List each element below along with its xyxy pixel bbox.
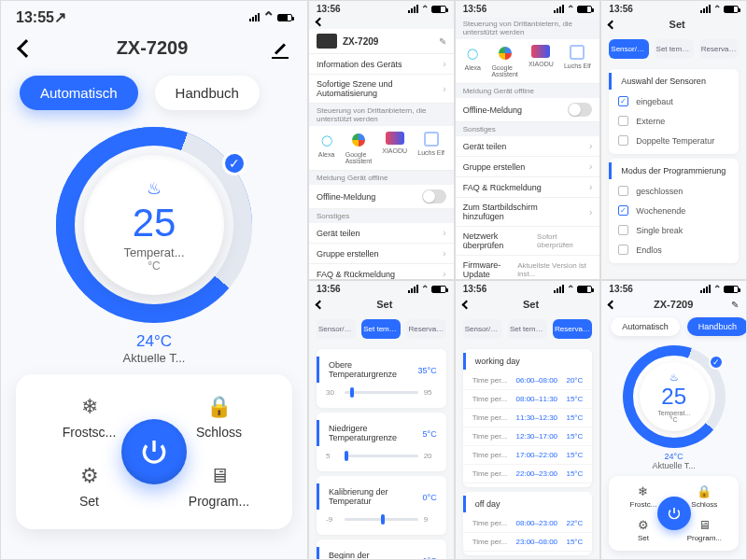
- main-panel: 13:55↗ ⌃ ZX-7209 Automatisch Handbuch ♨ …: [0, 0, 308, 560]
- provider-luchs[interactable]: Luchs Elf: [564, 45, 591, 77]
- schedule-row[interactable]: Time per...17:00–22:0015°C: [463, 446, 593, 465]
- tab-settemp[interactable]: Set tempe...: [508, 319, 547, 339]
- check-icon: ✓: [222, 151, 247, 175]
- back-button[interactable]: [461, 300, 471, 309]
- battery-icon: [277, 14, 292, 21]
- luchs-icon: [570, 45, 585, 60]
- tab-sensor[interactable]: Sensor/Pr...: [463, 319, 502, 339]
- edit-icon: ✎: [439, 36, 446, 47]
- row-firmware[interactable]: Firmware-UpdateAktuellste Version ist in…: [456, 256, 600, 280]
- back-button[interactable]: [608, 20, 617, 29]
- lock-icon: 🔒: [206, 395, 232, 419]
- edit-button[interactable]: [272, 40, 289, 57]
- power-icon: [139, 437, 169, 467]
- calib-slider[interactable]: -99: [317, 511, 446, 531]
- upper-slider[interactable]: 3095: [317, 385, 446, 404]
- schedule-row[interactable]: Time per...22:00–23:0015°C: [463, 465, 593, 483]
- row-group[interactable]: Gruppe erstellen›: [456, 157, 600, 177]
- google-assistant-icon: [499, 47, 512, 60]
- flame-icon: ♨: [669, 371, 679, 384]
- temperature-dial[interactable]: ♨ 25 Temperat... °C ✓: [623, 345, 726, 448]
- device-settings-panel-1: 13:56 ⌃ ZX-7209✎ Information des Geräts›…: [308, 0, 455, 280]
- tab-reservation[interactable]: Reservation: [553, 319, 592, 339]
- provider-google[interactable]: Google Assistent: [345, 132, 372, 164]
- edit-icon[interactable]: ✎: [731, 300, 739, 310]
- provider-xiaodu[interactable]: XIAODU: [382, 132, 407, 164]
- device-header[interactable]: ZX-7209✎: [309, 29, 454, 54]
- set-reservation-panel: 13:56 ⌃ Set Sensor/Pr... Set tempe... Re…: [455, 280, 601, 560]
- monitor-icon: 🖥: [209, 464, 230, 488]
- row-share[interactable]: Gerät teilen›: [456, 136, 600, 157]
- back-button[interactable]: [316, 18, 325, 27]
- cb-external[interactable]: Externe: [609, 111, 739, 131]
- provider-xiaodu[interactable]: XIAODU: [529, 45, 554, 77]
- provider-alexa[interactable]: ◯Alexa: [318, 132, 335, 164]
- back-button[interactable]: [17, 39, 35, 58]
- set-temperature-panel: 13:56 ⌃ Set Sensor/Pr... Set tempe... Re…: [308, 280, 455, 560]
- provider-luchs[interactable]: Luchs Elf: [417, 132, 444, 164]
- device-thumb-icon: [317, 34, 337, 49]
- alexa-icon: ◯: [318, 132, 335, 148]
- google-assistant-icon: [352, 133, 365, 147]
- schedule-row[interactable]: Time per...23:00–08:0015°C: [463, 533, 593, 552]
- tab-sensor[interactable]: Sensor/Pr...: [317, 319, 356, 339]
- schedule-row[interactable]: Time per...08:00–23:0022°C: [463, 514, 593, 533]
- monitor-icon: 🖥: [698, 518, 711, 532]
- flame-icon: ♨: [147, 178, 162, 199]
- provider-google[interactable]: Google Assistent: [491, 45, 517, 77]
- status-bar: 13:55↗ ⌃: [1, 1, 307, 34]
- row-offline[interactable]: Offline-Meldung: [456, 98, 600, 122]
- current-temp-label: Aktuelle T...: [1, 351, 307, 365]
- cb-builtin[interactable]: ✓eingebaut: [609, 91, 739, 111]
- control-grid: ❄Frostsc... 🔒Schloss ⚙Set 🖥Program...: [16, 374, 292, 529]
- row-share[interactable]: Gerät teilen›: [309, 223, 454, 244]
- row-faq[interactable]: FAQ & Rückmeldung›: [309, 264, 454, 280]
- power-button[interactable]: [657, 497, 691, 530]
- tab-sensor[interactable]: Sensor/Pr...: [609, 39, 648, 59]
- location-arrow-icon: ↗: [54, 9, 66, 25]
- row-offline[interactable]: Offline-Meldung: [309, 185, 454, 209]
- tab-auto[interactable]: Automatisch: [20, 76, 138, 110]
- cb-endless[interactable]: Endlos: [609, 240, 739, 259]
- working-day-card: working day Time per...06:00–08:0020°CTi…: [463, 349, 593, 487]
- cb-double[interactable]: Doppelte Temperatur: [609, 131, 739, 150]
- signal-icon: [249, 13, 260, 21]
- snowflake-icon: ❄: [81, 395, 98, 419]
- tab-reservation[interactable]: Reservation: [406, 319, 445, 339]
- tab-auto[interactable]: Automatisch: [611, 317, 680, 336]
- tab-manual[interactable]: Handbuch: [687, 317, 747, 336]
- wifi-icon: ⌃: [262, 8, 275, 26]
- current-temp-value: 24°C: [1, 332, 307, 351]
- tab-reservation[interactable]: Reservation: [699, 39, 739, 59]
- provider-alexa[interactable]: ◯Alexa: [464, 45, 481, 77]
- xiaodu-icon: [386, 132, 404, 145]
- offline-toggle: [422, 189, 446, 203]
- power-button[interactable]: [121, 419, 187, 484]
- row-home[interactable]: Zum Startbildschirm hinzufügen›: [456, 198, 600, 227]
- tab-manual[interactable]: Handbuch: [155, 76, 260, 110]
- back-button[interactable]: [316, 300, 325, 309]
- tab-settemp[interactable]: Set tempe...: [361, 319, 401, 339]
- luchs-icon: [424, 132, 439, 147]
- schedule-row[interactable]: Time per...08:00–11:3015°C: [463, 390, 593, 409]
- lock-icon: 🔒: [697, 484, 712, 498]
- row-faq[interactable]: FAQ & Rückmeldung›: [456, 177, 600, 198]
- gear-icon: ⚙: [638, 518, 649, 532]
- row-group[interactable]: Gruppe erstellen›: [309, 244, 454, 264]
- row-network[interactable]: Netzwerk überprüfenSofort überprüfen: [456, 227, 600, 256]
- schedule-row[interactable]: Time per...06:00–08:0020°C: [463, 371, 593, 390]
- back-button[interactable]: [608, 300, 617, 309]
- row-device-info[interactable]: Information des Geräts›: [309, 54, 454, 75]
- alexa-icon: ◯: [464, 45, 481, 62]
- gear-icon: ⚙: [80, 464, 99, 488]
- device-settings-panel-2: 13:56 ⌃ Steuerung von Drittanbietern, di…: [455, 0, 601, 280]
- schedule-row[interactable]: Time per...12:30–17:0015°C: [463, 427, 593, 446]
- cb-closed[interactable]: geschlossen: [609, 181, 739, 201]
- tab-settemp[interactable]: Set tempe...: [655, 39, 694, 59]
- temperature-dial[interactable]: ♨ 25 Temperat... °C ✓: [56, 127, 252, 323]
- cb-single[interactable]: Single break: [609, 220, 739, 240]
- schedule-row[interactable]: Time per...11:30–12:3015°C: [463, 409, 593, 427]
- row-scene[interactable]: Sofortige Szene und Automatisierung›: [309, 75, 454, 104]
- lower-slider[interactable]: 520: [317, 448, 446, 468]
- cb-weekend[interactable]: ✓Wochenende: [609, 201, 739, 220]
